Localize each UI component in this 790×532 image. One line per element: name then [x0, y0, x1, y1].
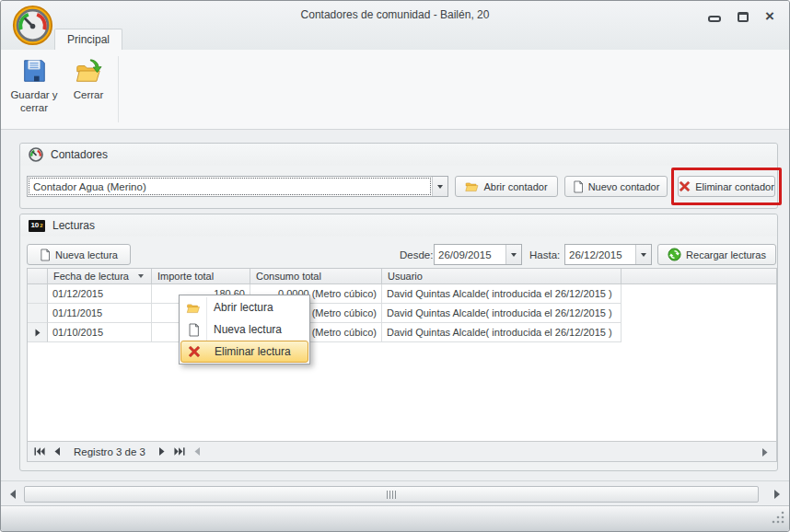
menu-item-abrir-lectura[interactable]: Abrir lectura	[180, 296, 308, 318]
column-header-importe[interactable]: Importe total	[152, 269, 250, 283]
hasta-label: Hasta:	[529, 244, 560, 265]
open-folder-icon	[465, 180, 479, 192]
cell-fecha: 01/10/2015	[48, 323, 152, 342]
lecturas-group-title: Lecturas	[52, 219, 95, 232]
hasta-dropdown-button[interactable]	[635, 245, 651, 264]
folder-green-arrow-icon	[74, 57, 103, 85]
gauge-icon	[29, 147, 43, 162]
nav-prev-button[interactable]	[50, 445, 64, 459]
eliminar-contador-label: Eliminar contador	[695, 181, 774, 192]
contador-combo[interactable]: Contador Agua (Merino)	[27, 176, 448, 197]
cell-usuario: David Quintas Alcalde( introducida el 26…	[382, 284, 622, 304]
ribbon: Guardar y cerrar Cerrar	[1, 50, 789, 130]
lecturas-group: 102 Lecturas Nueva lectura Desde: 26/09/…	[19, 214, 778, 471]
row-indicator-cell	[28, 304, 48, 323]
open-folder-icon	[180, 302, 206, 314]
column-header-indicator	[28, 269, 48, 283]
close-button[interactable]: ×	[765, 10, 774, 23]
cerrar-button[interactable]: Cerrar	[64, 52, 113, 126]
recargar-lecturas-label: Recargar lecturas	[686, 249, 766, 260]
nueva-lectura-label: Nueva lectura	[55, 249, 118, 260]
row-indicator-cell	[28, 284, 48, 304]
chevron-down-icon	[511, 253, 517, 257]
record-counter: Registro 3 de 3	[74, 446, 145, 457]
red-x-icon	[679, 180, 691, 192]
eliminar-contador-button[interactable]: Eliminar contador	[678, 176, 775, 197]
contadores-group-title: Contadores	[51, 148, 108, 161]
menu-item-nueva-lectura[interactable]: Nueva lectura	[180, 318, 308, 341]
column-header-usuario[interactable]: Usuario	[382, 269, 622, 283]
new-page-icon	[573, 180, 584, 193]
floppy-disk-icon	[20, 57, 48, 85]
chevron-down-icon	[641, 253, 646, 257]
table-row[interactable]: 01/12/2015 180,60 0,0000 (Metro cúbico) …	[28, 284, 776, 304]
app-gauge-icon	[12, 5, 53, 46]
window-title: Contadores de comunidad - Bailén, 20	[1, 8, 789, 21]
divider	[1, 480, 789, 481]
desde-label: Desde:	[400, 244, 433, 265]
contadores-group-header: Contadores	[20, 144, 777, 166]
tab-principal-label: Principal	[67, 33, 110, 46]
red-x-icon	[181, 345, 207, 358]
tab-principal[interactable]: Principal	[54, 29, 122, 50]
column-header-consumo[interactable]: Consumo total	[250, 269, 382, 283]
desde-date-value: 26/09/2015	[435, 245, 505, 264]
nav-last-button[interactable]	[172, 445, 187, 459]
grid-scroll-right-button[interactable]	[758, 445, 773, 459]
contadores-group: Contadores Contador Agua (Merino) Abrir …	[19, 143, 778, 209]
restore-button[interactable]	[738, 12, 749, 22]
nuevo-contador-label: Nuevo contador	[588, 181, 660, 192]
hasta-date-value: 26/12/2015	[565, 245, 635, 264]
chevron-down-icon	[437, 185, 443, 189]
ten-squared-icon: 102	[29, 220, 45, 232]
app-window: Contadores de comunidad - Bailén, 20 × P…	[0, 0, 790, 532]
nav-next-button[interactable]	[155, 445, 169, 459]
abrir-contador-label: Abrir contador	[483, 181, 547, 192]
resize-grip[interactable]	[772, 511, 784, 526]
ribbon-separator	[118, 56, 119, 122]
cell-fecha: 01/12/2015	[48, 284, 152, 304]
contador-combo-value: Contador Agua (Merino)	[29, 178, 431, 195]
row-indicator-icon	[35, 329, 41, 337]
grid-header-row: Fecha de lectura Importe total Consumo t…	[28, 269, 776, 284]
scrollbar-grip-icon	[387, 491, 396, 499]
nav-first-button[interactable]	[32, 445, 47, 459]
form-horizontal-scrollbar	[6, 483, 784, 504]
menu-item-eliminar-lectura[interactable]: Eliminar lectura	[180, 341, 308, 363]
sort-arrow-icon	[138, 274, 144, 278]
cerrar-label: Cerrar	[74, 88, 104, 101]
new-page-icon	[40, 249, 51, 261]
lecturas-group-header: 102 Lecturas	[20, 214, 777, 237]
guardar-y-cerrar-label: Guardar y cerrar	[6, 88, 62, 115]
cell-fecha: 01/11/2015	[48, 304, 152, 323]
new-page-icon	[180, 323, 206, 337]
status-bar	[1, 505, 789, 531]
record-navigator: Registro 3 de 3	[28, 441, 776, 461]
recargar-lecturas-button[interactable]: Recargar lecturas	[657, 244, 776, 265]
column-header-blank	[622, 269, 776, 283]
table-row[interactable]: 01/11/2015 0,0000 (Metro cúbico) David Q…	[28, 304, 776, 323]
contador-combo-dropdown-button[interactable]	[432, 177, 447, 196]
hasta-date-combo[interactable]: 26/12/2015	[564, 244, 652, 265]
green-refresh-icon	[668, 248, 681, 261]
minimize-button[interactable]	[708, 16, 721, 22]
scroll-left-button[interactable]	[6, 487, 19, 502]
abrir-contador-button[interactable]: Abrir contador	[455, 176, 558, 197]
guardar-y-cerrar-button[interactable]: Guardar y cerrar	[6, 52, 62, 126]
table-row[interactable]: 01/10/2015 0,0000 (Metro cúbico) David Q…	[28, 323, 776, 342]
nuevo-contador-button[interactable]: Nuevo contador	[564, 176, 668, 197]
column-header-fecha[interactable]: Fecha de lectura	[48, 269, 152, 283]
grid-scroll-left-button[interactable]	[190, 445, 204, 459]
cell-usuario: David Quintas Alcalde( introducida el 26…	[382, 304, 622, 323]
row-indicator-cell	[28, 323, 48, 342]
nueva-lectura-button[interactable]: Nueva lectura	[27, 244, 131, 265]
scrollbar-thumb[interactable]	[24, 486, 759, 503]
desde-date-combo[interactable]: 26/09/2015	[434, 244, 522, 265]
desde-dropdown-button[interactable]	[505, 245, 521, 264]
context-menu: Abrir lectura Nueva lectura Eliminar lec…	[179, 295, 310, 364]
lecturas-grid: Fecha de lectura Importe total Consumo t…	[27, 268, 777, 462]
scroll-right-button[interactable]	[771, 487, 784, 502]
cell-usuario: David Quintas Alcalde( introducida el 26…	[382, 323, 622, 342]
